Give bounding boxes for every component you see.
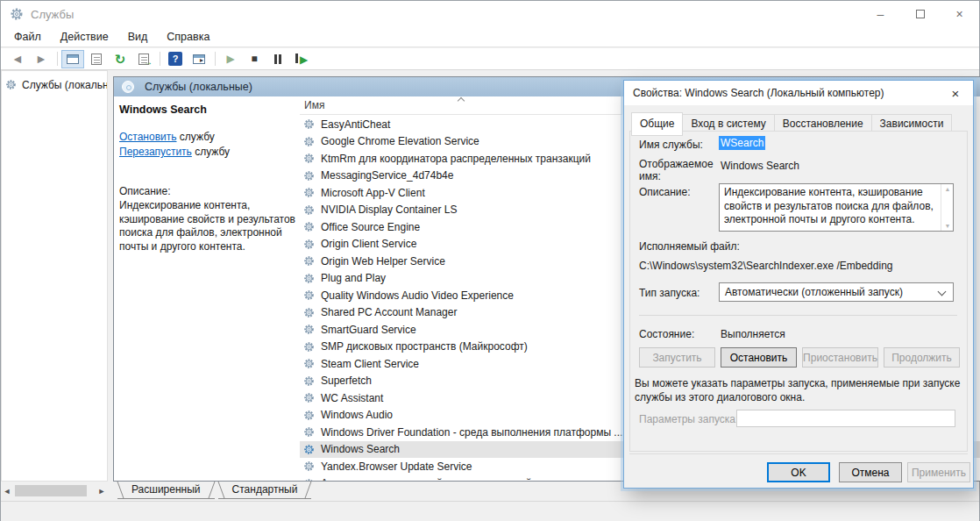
- pause-button: Приостановить: [802, 347, 878, 368]
- window-title: Службы: [31, 8, 74, 21]
- extended-view-icon: [193, 54, 205, 64]
- description-textarea[interactable]: Индексирование контента, кэширование сво…: [719, 183, 954, 232]
- service-name: Steam Client Service: [321, 358, 419, 370]
- dialog-title-bar: Свойства: Windows Search (Локальный комп…: [624, 81, 973, 105]
- scroll-down-icon[interactable]: ▼: [941, 223, 954, 229]
- properties-button[interactable]: [85, 50, 108, 68]
- description-textarea-text: Индексирование контента, кэширование сво…: [724, 186, 937, 227]
- description-label: Описание:: [119, 185, 171, 197]
- ok-button[interactable]: OK: [767, 462, 830, 482]
- menu-item-file[interactable]: Файл: [4, 27, 51, 46]
- column-header-name[interactable]: Имя: [300, 96, 622, 115]
- pause-service-button[interactable]: [266, 50, 289, 68]
- status-bar: [1, 501, 979, 521]
- export-list-icon: [138, 54, 149, 65]
- forward-button[interactable]: ►: [30, 50, 53, 68]
- service-name: Shared PC Account Manager: [321, 306, 457, 318]
- service-gear-icon: [303, 187, 315, 198]
- service-name: Origin Web Helper Service: [321, 255, 445, 268]
- service-gear-icon: [303, 307, 315, 318]
- export-list-button[interactable]: [132, 50, 155, 68]
- tab-standard-view[interactable]: Стандартный: [218, 482, 312, 499]
- service-gear-icon: [303, 426, 315, 438]
- minimize-icon: –: [877, 7, 884, 21]
- menu-item-view[interactable]: Вид: [118, 27, 158, 46]
- service-name: Windows Driver Foundation - среда выполн…: [321, 426, 622, 439]
- scrollbar-thumb[interactable]: [15, 485, 87, 496]
- scroll-up-icon[interactable]: ▲: [941, 186, 954, 192]
- restart-service-suffix: службу: [192, 146, 230, 158]
- service-gear-icon: [303, 392, 315, 403]
- properties-dialog: Свойства: Windows Search (Локальный комп…: [623, 80, 974, 489]
- toolbar-separator: [57, 52, 58, 66]
- stop-button[interactable]: Остановить: [721, 347, 797, 368]
- tab-extended-view[interactable]: Расширенный: [117, 482, 215, 499]
- tree-item-services-local[interactable]: Службы (локальные): [2, 75, 107, 94]
- service-gear-icon: [303, 478, 315, 481]
- dialog-description-label: Описание:: [639, 186, 691, 198]
- toolbar: ◄ ► ↻ ? ▶ ■ ▶: [1, 48, 979, 70]
- tree-horizontal-scrollbar[interactable]: ◄ ►: [1, 483, 108, 498]
- back-button[interactable]: ◄: [6, 50, 29, 68]
- chevron-down-icon: [938, 288, 947, 296]
- service-gear-icon: [303, 255, 315, 267]
- service-name: NVIDIA Display Container LS: [321, 203, 457, 216]
- selected-service-title: Windows Search: [119, 103, 207, 116]
- service-name: Yandex.Browser Update Service: [321, 460, 472, 473]
- services-window: Службы – × Файл Действие Вид Справка ◄ ►…: [0, 0, 980, 521]
- service-gear-icon: [303, 341, 315, 353]
- startup-params-input[interactable]: [736, 410, 955, 427]
- tab-general[interactable]: Общие: [631, 112, 683, 136]
- title-bar: Службы – ×: [1, 1, 979, 27]
- help-icon: ?: [168, 52, 182, 66]
- scroll-left-icon[interactable]: ◄: [1, 487, 13, 496]
- menu-item-help[interactable]: Справка: [157, 27, 219, 46]
- menu-item-action[interactable]: Действие: [51, 27, 118, 46]
- service-name-value[interactable]: WSearch: [719, 137, 765, 149]
- description-text: Индексирование контента, кэширование сво…: [119, 199, 296, 253]
- status-value: Выполняется: [721, 328, 785, 340]
- service-gear-icon: [303, 289, 315, 301]
- service-name: Windows Audio: [321, 409, 393, 421]
- maximize-icon: [916, 10, 925, 18]
- maximize-button[interactable]: [900, 1, 940, 27]
- console-tree-panel: Службы (локальные): [1, 70, 108, 482]
- status-label: Состояние:: [639, 328, 694, 340]
- column-header-label: Имя: [304, 99, 324, 111]
- show-console-tree-button[interactable]: [61, 50, 84, 68]
- service-gear-icon: [303, 460, 315, 472]
- service-gear-icon: [303, 170, 315, 182]
- service-name: KtmRm для координатора распределенных тр…: [321, 153, 591, 165]
- minimize-button[interactable]: –: [861, 1, 900, 27]
- startup-type-dropdown[interactable]: Автоматически (отложенный запуск): [719, 282, 954, 302]
- description-scrollbar[interactable]: ▲ ▼: [941, 184, 953, 231]
- stop-service-link[interactable]: Остановить: [119, 131, 177, 143]
- startup-type-label: Тип запуска:: [639, 287, 699, 299]
- services-node-icon: [5, 79, 17, 90]
- close-button[interactable]: ×: [940, 1, 979, 27]
- refresh-button[interactable]: ↻: [109, 50, 131, 68]
- service-name: Quality Windows Audio Video Experience: [321, 289, 514, 302]
- startup-params-hint: Вы можете указать параметры запуска, при…: [635, 376, 968, 404]
- stop-service-button[interactable]: ■: [243, 50, 266, 68]
- service-gear-icon: [303, 410, 315, 421]
- services-app-icon: [10, 7, 24, 21]
- service-gear-icon: [303, 118, 315, 130]
- console-header-title: Службы (локальные): [145, 81, 252, 93]
- toolbar-separator: [215, 52, 216, 66]
- service-name: EasyAntiCheat: [321, 118, 390, 131]
- help-button[interactable]: ?: [164, 50, 187, 68]
- service-name: Microsoft App-V Client: [321, 187, 425, 199]
- stop-service-suffix: службу: [177, 131, 215, 143]
- scroll-right-icon[interactable]: ►: [96, 487, 108, 496]
- service-gear-icon: [303, 444, 315, 455]
- service-gear-icon: [303, 358, 315, 369]
- restart-service-button[interactable]: ▶: [290, 50, 313, 68]
- dialog-close-button[interactable]: ×: [938, 81, 973, 105]
- service-name: Origin Client Service: [321, 238, 416, 250]
- service-action-links: Остановить службу Перезапустить службу: [119, 130, 230, 160]
- close-icon: ×: [955, 7, 962, 21]
- extended-view-button[interactable]: [188, 50, 210, 68]
- restart-service-link[interactable]: Перезапустить: [119, 146, 192, 158]
- cancel-button[interactable]: Отмена: [839, 462, 902, 482]
